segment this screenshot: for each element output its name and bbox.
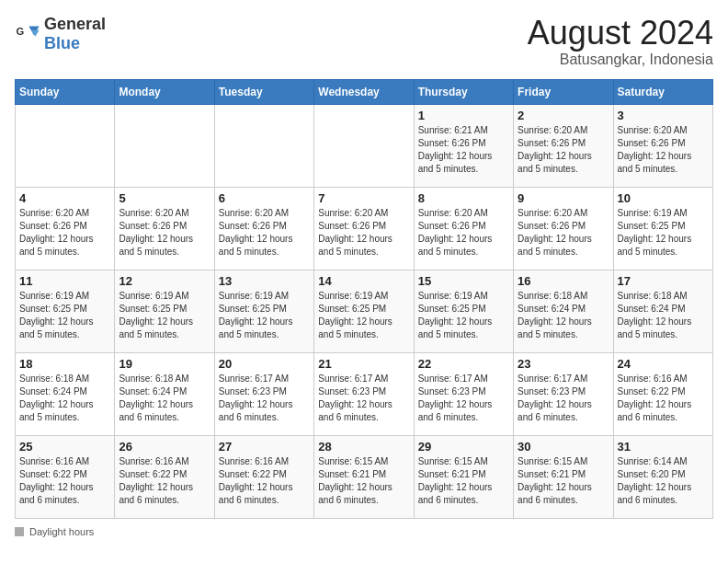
day-number: 12 bbox=[119, 274, 210, 288]
day-number: 3 bbox=[618, 109, 709, 122]
day-info: Sunrise: 6:14 AM Sunset: 6:20 PM Dayligh… bbox=[618, 455, 709, 507]
footer-label: Daylight hours bbox=[29, 526, 94, 537]
month-year-title: August 2024 bbox=[528, 15, 713, 52]
calendar-cell: 20Sunrise: 6:17 AM Sunset: 6:23 PM Dayli… bbox=[214, 352, 313, 435]
day-info: Sunrise: 6:20 AM Sunset: 6:26 PM Dayligh… bbox=[219, 207, 310, 259]
day-number: 17 bbox=[618, 274, 709, 288]
svg-marker-2 bbox=[31, 30, 39, 37]
day-info: Sunrise: 6:20 AM Sunset: 6:26 PM Dayligh… bbox=[19, 207, 110, 259]
calendar-cell: 24Sunrise: 6:16 AM Sunset: 6:22 PM Dayli… bbox=[613, 352, 712, 435]
calendar-day-header: Friday bbox=[514, 79, 613, 104]
calendar-week-row: 25Sunrise: 6:16 AM Sunset: 6:22 PM Dayli… bbox=[16, 435, 713, 518]
day-number: 26 bbox=[119, 440, 210, 454]
calendar-cell bbox=[214, 104, 313, 187]
calendar-cell: 31Sunrise: 6:14 AM Sunset: 6:20 PM Dayli… bbox=[613, 435, 712, 518]
day-number: 21 bbox=[318, 357, 409, 371]
logo-general: General bbox=[44, 15, 106, 33]
calendar-table: SundayMondayTuesdayWednesdayThursdayFrid… bbox=[15, 79, 713, 519]
day-number: 2 bbox=[518, 109, 609, 122]
calendar-day-header: Tuesday bbox=[214, 79, 313, 104]
calendar-header-row: SundayMondayTuesdayWednesdayThursdayFrid… bbox=[16, 79, 713, 104]
day-number: 16 bbox=[518, 274, 609, 288]
logo-icon: G bbox=[15, 21, 40, 47]
page-header: G General Blue August 2024 Batusangkar, … bbox=[15, 15, 713, 68]
logo-wordmark: General Blue bbox=[44, 15, 106, 53]
calendar-cell: 19Sunrise: 6:18 AM Sunset: 6:24 PM Dayli… bbox=[115, 352, 214, 435]
day-number: 11 bbox=[19, 274, 110, 288]
day-info: Sunrise: 6:19 AM Sunset: 6:25 PM Dayligh… bbox=[119, 290, 210, 341]
day-number: 4 bbox=[19, 191, 110, 205]
day-info: Sunrise: 6:16 AM Sunset: 6:22 PM Dayligh… bbox=[119, 455, 210, 507]
day-info: Sunrise: 6:20 AM Sunset: 6:26 PM Dayligh… bbox=[618, 124, 709, 176]
calendar-week-row: 1Sunrise: 6:21 AM Sunset: 6:26 PM Daylig… bbox=[16, 104, 713, 187]
calendar-cell: 30Sunrise: 6:15 AM Sunset: 6:21 PM Dayli… bbox=[514, 435, 613, 518]
calendar-cell bbox=[16, 104, 115, 187]
day-info: Sunrise: 6:20 AM Sunset: 6:26 PM Dayligh… bbox=[418, 207, 509, 259]
calendar-day-header: Saturday bbox=[613, 79, 712, 104]
title-block: August 2024 Batusangkar, Indonesia bbox=[528, 15, 713, 68]
calendar-cell: 12Sunrise: 6:19 AM Sunset: 6:25 PM Dayli… bbox=[115, 270, 214, 352]
svg-text:G: G bbox=[16, 26, 24, 37]
day-info: Sunrise: 6:17 AM Sunset: 6:23 PM Dayligh… bbox=[219, 373, 310, 424]
day-number: 10 bbox=[618, 191, 709, 205]
location-subtitle: Batusangkar, Indonesia bbox=[528, 52, 713, 68]
calendar-cell: 17Sunrise: 6:18 AM Sunset: 6:24 PM Dayli… bbox=[613, 270, 712, 352]
day-number: 23 bbox=[518, 357, 609, 371]
day-info: Sunrise: 6:17 AM Sunset: 6:23 PM Dayligh… bbox=[418, 373, 509, 424]
calendar-cell: 23Sunrise: 6:17 AM Sunset: 6:23 PM Dayli… bbox=[514, 352, 613, 435]
day-number: 29 bbox=[418, 440, 509, 454]
calendar-cell: 26Sunrise: 6:16 AM Sunset: 6:22 PM Dayli… bbox=[115, 435, 214, 518]
calendar-cell: 8Sunrise: 6:20 AM Sunset: 6:26 PM Daylig… bbox=[414, 187, 513, 270]
day-number: 19 bbox=[119, 357, 210, 371]
footer: Daylight hours bbox=[15, 526, 713, 537]
calendar-cell: 29Sunrise: 6:15 AM Sunset: 6:21 PM Dayli… bbox=[414, 435, 513, 518]
day-number: 9 bbox=[518, 191, 609, 205]
day-info: Sunrise: 6:19 AM Sunset: 6:25 PM Dayligh… bbox=[618, 207, 709, 259]
day-info: Sunrise: 6:18 AM Sunset: 6:24 PM Dayligh… bbox=[518, 290, 609, 341]
day-info: Sunrise: 6:15 AM Sunset: 6:21 PM Dayligh… bbox=[318, 455, 409, 507]
day-number: 28 bbox=[318, 440, 409, 454]
calendar-day-header: Wednesday bbox=[314, 79, 414, 104]
day-info: Sunrise: 6:21 AM Sunset: 6:26 PM Dayligh… bbox=[418, 124, 509, 176]
day-info: Sunrise: 6:18 AM Sunset: 6:24 PM Dayligh… bbox=[19, 373, 110, 424]
calendar-cell: 13Sunrise: 6:19 AM Sunset: 6:25 PM Dayli… bbox=[214, 270, 313, 352]
logo: G General Blue bbox=[15, 15, 106, 53]
day-info: Sunrise: 6:19 AM Sunset: 6:25 PM Dayligh… bbox=[19, 290, 110, 341]
calendar-cell: 6Sunrise: 6:20 AM Sunset: 6:26 PM Daylig… bbox=[214, 187, 313, 270]
day-number: 1 bbox=[418, 109, 509, 122]
day-number: 5 bbox=[119, 191, 210, 205]
calendar-cell: 15Sunrise: 6:19 AM Sunset: 6:25 PM Dayli… bbox=[414, 270, 513, 352]
calendar-cell: 10Sunrise: 6:19 AM Sunset: 6:25 PM Dayli… bbox=[613, 187, 712, 270]
day-info: Sunrise: 6:19 AM Sunset: 6:25 PM Dayligh… bbox=[318, 290, 409, 341]
calendar-week-row: 4Sunrise: 6:20 AM Sunset: 6:26 PM Daylig… bbox=[16, 187, 713, 270]
calendar-cell bbox=[314, 104, 414, 187]
calendar-cell: 5Sunrise: 6:20 AM Sunset: 6:26 PM Daylig… bbox=[115, 187, 214, 270]
day-info: Sunrise: 6:16 AM Sunset: 6:22 PM Dayligh… bbox=[19, 455, 110, 507]
day-info: Sunrise: 6:19 AM Sunset: 6:25 PM Dayligh… bbox=[219, 290, 310, 341]
calendar-cell: 2Sunrise: 6:20 AM Sunset: 6:26 PM Daylig… bbox=[514, 104, 613, 187]
day-number: 8 bbox=[418, 191, 509, 205]
day-number: 31 bbox=[618, 440, 709, 454]
day-number: 14 bbox=[318, 274, 409, 288]
day-number: 7 bbox=[318, 191, 409, 205]
calendar-cell: 7Sunrise: 6:20 AM Sunset: 6:26 PM Daylig… bbox=[314, 187, 414, 270]
day-number: 30 bbox=[518, 440, 609, 454]
day-number: 25 bbox=[19, 440, 110, 454]
calendar-cell: 16Sunrise: 6:18 AM Sunset: 6:24 PM Dayli… bbox=[514, 270, 613, 352]
calendar-cell: 3Sunrise: 6:20 AM Sunset: 6:26 PM Daylig… bbox=[613, 104, 712, 187]
calendar-cell: 14Sunrise: 6:19 AM Sunset: 6:25 PM Dayli… bbox=[314, 270, 414, 352]
calendar-week-row: 18Sunrise: 6:18 AM Sunset: 6:24 PM Dayli… bbox=[16, 352, 713, 435]
calendar-cell: 9Sunrise: 6:20 AM Sunset: 6:26 PM Daylig… bbox=[514, 187, 613, 270]
calendar-cell: 1Sunrise: 6:21 AM Sunset: 6:26 PM Daylig… bbox=[414, 104, 513, 187]
day-number: 18 bbox=[19, 357, 110, 371]
calendar-cell: 4Sunrise: 6:20 AM Sunset: 6:26 PM Daylig… bbox=[16, 187, 115, 270]
calendar-day-header: Thursday bbox=[414, 79, 513, 104]
calendar-cell: 25Sunrise: 6:16 AM Sunset: 6:22 PM Dayli… bbox=[16, 435, 115, 518]
day-info: Sunrise: 6:18 AM Sunset: 6:24 PM Dayligh… bbox=[119, 373, 210, 424]
calendar-cell: 21Sunrise: 6:17 AM Sunset: 6:23 PM Dayli… bbox=[314, 352, 414, 435]
day-info: Sunrise: 6:15 AM Sunset: 6:21 PM Dayligh… bbox=[418, 455, 509, 507]
day-number: 20 bbox=[219, 357, 310, 371]
calendar-cell: 28Sunrise: 6:15 AM Sunset: 6:21 PM Dayli… bbox=[314, 435, 414, 518]
calendar-day-header: Monday bbox=[115, 79, 214, 104]
calendar-cell bbox=[115, 104, 214, 187]
